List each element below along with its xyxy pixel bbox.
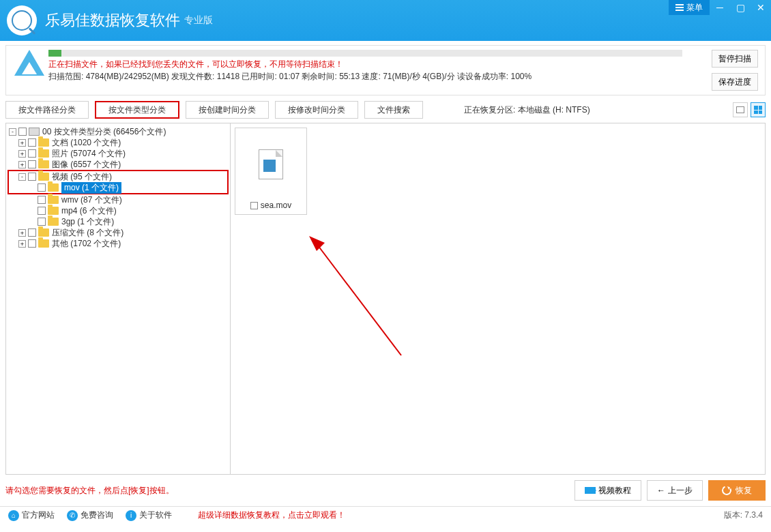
link-label: 免费咨询 xyxy=(81,509,113,521)
scan-message: 正在扫描文件，如果已经找到您丢失的文件，可以立即恢复，不用等待扫描结束！ xyxy=(48,58,709,70)
grid-icon xyxy=(754,106,762,114)
collapse-icon[interactable]: - xyxy=(18,173,26,181)
scan-progress-fill xyxy=(48,50,61,57)
tree-panel: -00 按文件类型分类 (66456个文件) +文档 (1020 个文件) +照… xyxy=(5,123,231,475)
tree-label: wmv (87 个文件) xyxy=(61,194,122,206)
expand-icon[interactable]: + xyxy=(18,229,26,237)
tree-mp4[interactable]: mp4 (6 个文件) xyxy=(9,205,227,216)
about-link[interactable]: i关于软件 xyxy=(126,509,172,521)
hint-text: 请勾选您需要恢复的文件，然后点[恢复]按钮。 xyxy=(5,485,174,497)
expand-icon[interactable]: + xyxy=(18,139,26,147)
pause-scan-button[interactable]: 暂停扫描 xyxy=(712,50,758,68)
official-site-link[interactable]: ⌂官方网站 xyxy=(8,509,55,521)
main-area: -00 按文件类型分类 (66456个文件) +文档 (1020 个文件) +照… xyxy=(5,123,766,475)
home-icon: ⌂ xyxy=(8,510,19,521)
tab-by-type[interactable]: 按文件类型分类 xyxy=(95,101,179,119)
tab-by-modified[interactable]: 按修改时间分类 xyxy=(275,101,358,119)
checkbox[interactable] xyxy=(38,183,46,192)
tree-label: 视频 (95 个文件) xyxy=(52,171,112,183)
tree-3gp[interactable]: 3gp (1 个文件) xyxy=(9,216,227,227)
tree-label: 文档 (1020 个文件) xyxy=(52,137,121,149)
titlebar: 乐易佳数据恢复软件 专业版 菜单 ─ ▢ ✕ xyxy=(0,0,771,41)
tree-other[interactable]: +其他 (1702 个文件) xyxy=(9,238,227,249)
menu-button[interactable]: 菜单 xyxy=(669,0,710,15)
file-grid: sea.mov xyxy=(231,123,766,475)
list-icon xyxy=(736,106,744,113)
camera-icon xyxy=(585,487,596,494)
tree-label: 图像 (6557 个文件) xyxy=(52,159,121,171)
refresh-icon xyxy=(721,484,733,497)
tree-label: 其他 (1702 个文件) xyxy=(52,238,121,250)
expand-icon[interactable]: + xyxy=(18,240,26,248)
tree-image[interactable]: +图像 (6557 个文件) xyxy=(9,159,227,170)
checkbox[interactable] xyxy=(38,218,46,226)
tree-wmv[interactable]: wmv (87 个文件) xyxy=(9,194,227,205)
free-consult-link[interactable]: ✆免费咨询 xyxy=(67,509,113,521)
checkbox[interactable] xyxy=(28,160,36,168)
tab-by-created[interactable]: 按创建时间分类 xyxy=(186,101,269,119)
app-logo xyxy=(7,5,37,35)
checkbox[interactable] xyxy=(28,149,36,158)
checkbox[interactable] xyxy=(28,138,36,147)
prev-step-button[interactable]: ←上一步 xyxy=(647,480,703,501)
scan-info: 扫描范围: 4784(MB)/242952(MB) 发现文件数: 11418 已… xyxy=(48,70,709,83)
tree-video[interactable]: -视频 (95 个文件) xyxy=(9,171,227,182)
folder-icon xyxy=(38,228,49,237)
folder-icon xyxy=(48,207,59,215)
checkbox[interactable] xyxy=(28,239,36,248)
window-controls: 菜单 ─ ▢ ✕ xyxy=(669,0,771,15)
app-subtitle: 专业版 xyxy=(184,14,213,27)
checkbox[interactable] xyxy=(28,228,36,237)
expand-icon[interactable]: + xyxy=(18,161,26,168)
collapse-icon[interactable]: - xyxy=(9,128,16,136)
tab-search[interactable]: 文件搜索 xyxy=(364,101,423,119)
tab-by-path[interactable]: 按文件路径分类 xyxy=(5,101,89,119)
scan-icon xyxy=(14,50,44,80)
menu-label: 菜单 xyxy=(686,2,703,14)
checkbox[interactable] xyxy=(38,207,46,215)
button-label: 上一步 xyxy=(668,485,693,497)
tree-label: 压缩文件 (8 个文件) xyxy=(52,227,123,239)
link-label: 官方网站 xyxy=(22,509,55,521)
recover-button[interactable]: 恢复 xyxy=(708,480,766,501)
folder-icon xyxy=(38,173,49,181)
folder-icon xyxy=(38,149,49,158)
expand-icon[interactable]: + xyxy=(18,150,26,158)
folder-icon xyxy=(38,138,49,147)
folder-icon xyxy=(38,239,49,248)
maximize-button[interactable]: ▢ xyxy=(730,0,751,15)
detailed-tutorial-link[interactable]: 超级详细数据恢复教程，点击立即观看！ xyxy=(198,509,345,521)
tree-doc[interactable]: +文档 (1020 个文件) xyxy=(9,137,227,148)
grid-view-button[interactable] xyxy=(751,102,766,117)
video-tutorial-button[interactable]: 视频教程 xyxy=(574,480,641,501)
file-item[interactable]: sea.mov xyxy=(235,128,307,215)
video-file-icon xyxy=(259,149,283,179)
list-view-button[interactable] xyxy=(733,102,748,117)
tree-mov[interactable]: mov (1 个文件) xyxy=(9,182,227,193)
link-label: 关于软件 xyxy=(139,509,172,521)
tree-root[interactable]: -00 按文件类型分类 (66456个文件) xyxy=(9,126,227,137)
app-title: 乐易佳数据恢复软件 xyxy=(45,10,180,31)
tree-label: 3gp (1 个文件) xyxy=(61,216,114,228)
file-thumbnail xyxy=(259,128,283,201)
folder-icon xyxy=(48,196,59,204)
svg-marker-1 xyxy=(309,236,325,251)
folder-icon xyxy=(48,218,59,226)
save-progress-button[interactable]: 保存进度 xyxy=(712,73,758,91)
file-checkbox[interactable] xyxy=(250,202,258,209)
drive-icon xyxy=(29,128,40,136)
button-label: 视频教程 xyxy=(598,485,631,497)
close-button[interactable]: ✕ xyxy=(751,0,771,15)
annotation-arrow xyxy=(306,233,408,369)
minimize-button[interactable]: ─ xyxy=(710,0,730,15)
tree-label: mp4 (6 个文件) xyxy=(61,205,117,217)
chat-icon: ✆ xyxy=(67,510,78,521)
tree-zip[interactable]: +压缩文件 (8 个文件) xyxy=(9,227,227,238)
arrow-left-icon: ← xyxy=(657,486,665,495)
checkbox[interactable] xyxy=(28,173,36,181)
scan-progress-bar xyxy=(48,50,682,57)
checkbox[interactable] xyxy=(18,128,27,136)
checkbox[interactable] xyxy=(38,196,46,204)
tree-photo[interactable]: +照片 (57074 个文件) xyxy=(9,148,227,159)
info-icon: i xyxy=(126,510,136,521)
